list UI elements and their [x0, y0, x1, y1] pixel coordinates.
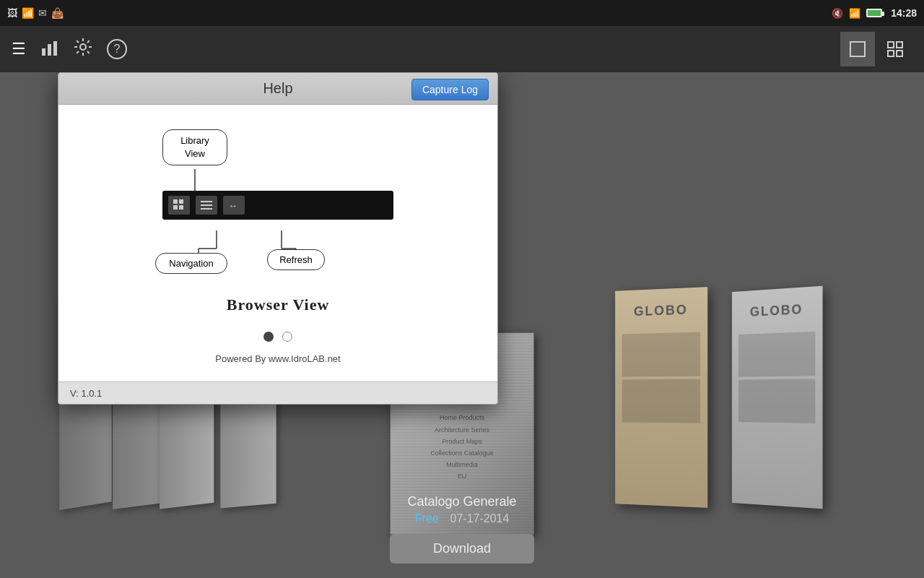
- version-text: V: 1.0.1: [70, 388, 102, 399]
- menu-icon[interactable]: ☰: [12, 40, 26, 59]
- modal-header: Help Capture Log: [58, 73, 497, 105]
- svg-text:↔: ↔: [228, 200, 237, 211]
- svg-rect-18: [179, 199, 183, 204]
- chart-icon[interactable]: [40, 38, 59, 61]
- svg-rect-23: [201, 208, 212, 210]
- email-icon: ✉: [38, 7, 47, 19]
- svg-rect-19: [173, 205, 178, 210]
- bubble-navigation: Navigation: [155, 253, 227, 274]
- bubble-library-view: LibraryView: [162, 129, 227, 165]
- svg-rect-6: [897, 42, 902, 48]
- svg-rect-22: [201, 204, 212, 206]
- ft-grid-icon: [168, 196, 190, 215]
- mute-icon: 🔇: [832, 8, 843, 19]
- svg-rect-8: [897, 51, 902, 56]
- svg-rect-21: [201, 201, 212, 202]
- svg-rect-4: [850, 42, 865, 56]
- dot-inactive[interactable]: [282, 332, 292, 342]
- main-content: CatalogoGenerale Home Products Architect…: [0, 72, 924, 578]
- help-modal-overlay: Help Capture Log LibraryView: [0, 72, 924, 578]
- wifi-icon: 📶: [849, 8, 860, 19]
- battery-icon: [866, 9, 882, 17]
- signal-icon: 📶: [22, 7, 34, 19]
- svg-rect-2: [53, 41, 57, 56]
- svg-rect-20: [179, 205, 183, 210]
- diagram-area: LibraryView: [76, 122, 480, 364]
- svg-rect-0: [42, 48, 45, 56]
- browser-view-diagram: LibraryView: [141, 129, 415, 274]
- status-bar: 🖼 📶 ✉ 👜 🔇 📶 14:28: [0, 0, 924, 26]
- modal-footer: V: 1.0.1: [58, 381, 497, 404]
- ft-list-icon: [196, 196, 217, 215]
- single-view-button[interactable]: [840, 32, 875, 66]
- svg-rect-7: [888, 51, 894, 56]
- help-modal: Help Capture Log LibraryView: [58, 72, 498, 405]
- toolbar-left: ☰ ?: [12, 38, 127, 61]
- dot-active[interactable]: [263, 332, 274, 342]
- svg-rect-17: [173, 199, 178, 204]
- capture-log-button[interactable]: Capture Log: [411, 79, 489, 100]
- grid-view-button[interactable]: [878, 32, 912, 66]
- pagination-dots: [263, 332, 292, 342]
- powered-by: Powered By www.IdroLAB.net: [215, 353, 340, 364]
- modal-body: LibraryView: [58, 105, 497, 381]
- svg-rect-1: [48, 44, 51, 56]
- fake-toolbar-diagram: ↔: [162, 191, 393, 220]
- clock: 14:28: [891, 7, 917, 19]
- photo-icon: 🖼: [7, 7, 17, 19]
- pocket-icon: 👜: [51, 7, 64, 19]
- browser-view-title: Browser View: [227, 296, 330, 314]
- settings-icon[interactable]: [74, 38, 92, 61]
- status-right: 🔇 📶 14:28: [832, 7, 917, 19]
- bubble-refresh: Refresh: [267, 249, 325, 270]
- toolbar-right: [840, 32, 912, 66]
- toolbar: ☰ ?: [0, 26, 924, 72]
- help-icon[interactable]: ?: [107, 39, 127, 59]
- svg-point-3: [80, 44, 86, 50]
- ft-arrows-icon: ↔: [223, 196, 245, 215]
- status-icons-left: 🖼 📶 ✉ 👜: [7, 7, 64, 19]
- svg-rect-5: [888, 42, 894, 48]
- modal-title: Help: [263, 80, 292, 97]
